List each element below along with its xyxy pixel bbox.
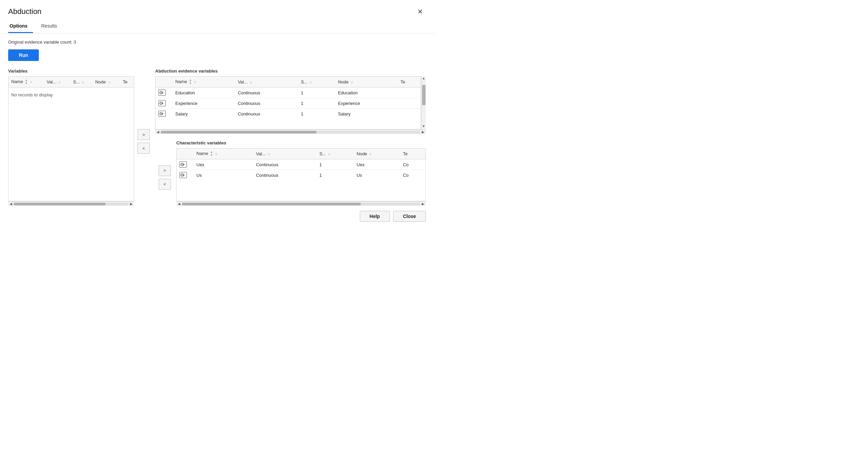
- row-te: Co: [400, 159, 425, 170]
- filter-icon[interactable]: ▽: [328, 153, 330, 156]
- svg-point-3: [161, 103, 162, 104]
- scroll-right-icon[interactable]: ▶: [129, 202, 133, 206]
- col-val-char: Val... ▽: [253, 149, 317, 159]
- filter-icon[interactable]: ▽: [351, 81, 353, 84]
- characteristic-section: Characteristic variables Name: [176, 138, 426, 206]
- col-val-abd: Val... ▽: [235, 77, 298, 88]
- filter-icon[interactable]: ▽: [108, 81, 110, 84]
- bottom-bar: Help Close: [0, 206, 434, 226]
- row-state: 1: [317, 170, 354, 181]
- characteristic-hscroll[interactable]: ◀ ▶: [176, 201, 426, 206]
- evidence-count-label: Original evidence variable count: 3: [8, 40, 426, 45]
- row-icon-cell: [156, 88, 173, 98]
- col-node-abd: Node ▽: [335, 77, 398, 88]
- row-node: Education: [335, 88, 398, 98]
- hscroll-thumb[interactable]: [161, 131, 317, 134]
- row-value: Continuous: [235, 88, 298, 98]
- panels-row: Variables Name ▲ ▼: [8, 66, 426, 206]
- row-value: Continuous: [253, 170, 317, 181]
- hscroll-track[interactable]: [14, 203, 129, 205]
- filter-icon[interactable]: ▽: [194, 81, 196, 84]
- tab-bar: Options Results: [0, 20, 434, 33]
- col-state-var: S... ▽: [70, 77, 93, 88]
- row-node: Us: [354, 170, 400, 181]
- col-te-char: Te: [400, 149, 425, 159]
- row-state: 1: [298, 98, 335, 109]
- row-icon-cell: [156, 98, 173, 109]
- characteristic-table-container: Name ▲ ▼ ▽: [176, 148, 426, 201]
- row-name: Us: [194, 170, 253, 181]
- title-bar: Abduction ✕: [0, 0, 434, 20]
- filter-icon[interactable]: ▽: [268, 153, 270, 156]
- scroll-right-icon[interactable]: ▶: [421, 202, 425, 206]
- col-name-char: Name ▲ ▼ ▽: [194, 149, 253, 159]
- transfer-left-button[interactable]: <: [138, 143, 150, 154]
- no-records-row: No records to display: [9, 88, 134, 103]
- tab-results[interactable]: Results: [40, 20, 63, 33]
- abduction-hscroll[interactable]: ◀ ▶: [155, 129, 426, 134]
- transfer-char-left-button[interactable]: <: [159, 179, 171, 190]
- transfer-buttons-top: > <: [134, 77, 153, 206]
- vscroll-up-icon[interactable]: ▲: [422, 76, 425, 80]
- hscroll-thumb[interactable]: [182, 203, 361, 205]
- filter-icon[interactable]: ▽: [310, 81, 312, 84]
- row-node: Salary: [335, 109, 398, 119]
- col-node-char: Node ▽: [354, 149, 400, 159]
- vscroll-thumb[interactable]: [422, 85, 425, 105]
- hscroll-track[interactable]: [182, 203, 420, 205]
- transfer-right-button[interactable]: >: [138, 129, 150, 140]
- row-name: Education: [173, 88, 235, 98]
- svg-point-5: [161, 113, 162, 114]
- filter-icon[interactable]: ▽: [82, 81, 84, 84]
- variables-hscroll[interactable]: ◀ ▶: [8, 201, 134, 206]
- characteristic-table: Name ▲ ▼ ▽: [177, 149, 425, 180]
- filter-icon[interactable]: ▽: [250, 81, 252, 84]
- variables-panel-title: Variables: [8, 66, 134, 76]
- scroll-left-icon[interactable]: ◀: [9, 202, 13, 206]
- sort-asc-icon[interactable]: ▲: [189, 79, 192, 82]
- close-icon[interactable]: ✕: [415, 6, 426, 17]
- row-te: [398, 88, 421, 98]
- node-icon: [158, 100, 166, 106]
- node-icon: [179, 172, 187, 178]
- run-button[interactable]: Run: [8, 49, 39, 61]
- tab-options[interactable]: Options: [8, 20, 33, 33]
- table-row: Education Continuous 1 Education: [156, 88, 421, 98]
- vscroll-down-icon[interactable]: ▼: [422, 124, 425, 128]
- sort-desc-icon[interactable]: ▼: [25, 82, 28, 85]
- svg-point-1: [161, 92, 162, 93]
- dialog-title: Abduction: [8, 7, 42, 16]
- dialog: Abduction ✕ Options Results Original evi…: [0, 0, 434, 226]
- variables-section: Variables Name ▲ ▼: [8, 66, 134, 206]
- help-button[interactable]: Help: [360, 211, 390, 222]
- node-icon: [158, 90, 166, 96]
- scroll-right-icon[interactable]: ▶: [421, 130, 425, 134]
- row-te: [398, 109, 421, 119]
- transfer-char-right-button[interactable]: >: [159, 165, 171, 176]
- close-button[interactable]: Close: [393, 211, 426, 222]
- col-te-var: Te: [120, 77, 134, 88]
- filter-icon[interactable]: ▽: [215, 153, 217, 156]
- variables-table-container: Name ▲ ▼ ▽ Val...: [8, 76, 134, 201]
- row-state: 1: [298, 109, 335, 119]
- sort-asc-icon[interactable]: ▲: [25, 79, 28, 82]
- row-value: Continuous: [253, 159, 317, 170]
- sort-desc-icon[interactable]: ▼: [189, 82, 192, 85]
- row-name: Uex: [194, 159, 253, 170]
- col-node-var: Node ▽: [93, 77, 120, 88]
- filter-icon[interactable]: ▽: [369, 153, 371, 156]
- filter-icon[interactable]: ▽: [30, 81, 32, 84]
- abduction-vscroll[interactable]: ▲ ▼: [421, 76, 426, 129]
- node-icon: [179, 161, 187, 168]
- col-state-char: S... ▽: [317, 149, 354, 159]
- sort-desc-icon[interactable]: ▼: [210, 154, 213, 157]
- sort-asc-icon[interactable]: ▲: [210, 151, 213, 154]
- content-area: Original evidence variable count: 3 Run …: [0, 33, 434, 206]
- hscroll-thumb[interactable]: [14, 203, 106, 205]
- svg-point-9: [182, 175, 183, 176]
- scroll-left-icon[interactable]: ◀: [177, 202, 181, 206]
- filter-icon[interactable]: ▽: [59, 81, 61, 84]
- col-icon-char: [177, 149, 194, 159]
- scroll-left-icon[interactable]: ◀: [156, 130, 160, 134]
- hscroll-track[interactable]: [161, 131, 420, 134]
